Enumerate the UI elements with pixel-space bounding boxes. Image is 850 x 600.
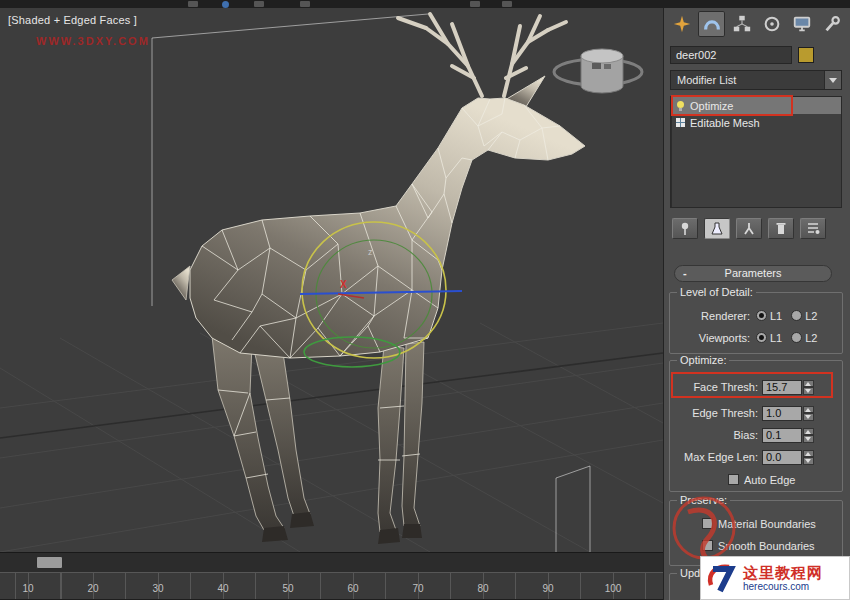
- show-end-result-button[interactable]: [704, 218, 730, 239]
- motion-icon: [762, 14, 782, 34]
- stack-toolbar: [672, 218, 826, 239]
- timeline-tick: 90: [533, 583, 563, 594]
- object-name-field[interactable]: deer002: [670, 46, 792, 64]
- deer-tail: [172, 266, 190, 300]
- material-boundaries-checkbox[interactable]: [702, 518, 713, 529]
- configure-modifier-sets-button[interactable]: [800, 218, 826, 239]
- command-panel-tabs: [668, 11, 845, 38]
- l2-label: L2: [805, 310, 817, 322]
- l1-label: L1: [770, 332, 782, 344]
- renderer-l1-radio[interactable]: [756, 310, 767, 321]
- make-unique-button[interactable]: [736, 218, 762, 239]
- main-toolbar-fragment: [0, 0, 850, 8]
- renderer-l2-radio[interactable]: [791, 310, 802, 321]
- cylinder-helper-object[interactable]: [554, 49, 642, 93]
- toolbar-icon: [502, 1, 512, 7]
- spinner-down-icon[interactable]: [803, 435, 814, 443]
- timeline-tick: 20: [78, 583, 108, 594]
- renderer-label: Renderer:: [670, 310, 756, 322]
- bias-field[interactable]: 0.1: [762, 428, 802, 443]
- material-boundaries-label: Material Boundaries: [718, 518, 816, 530]
- track-bar: 10 20 30 40 50 60 70 80 90 100: [0, 552, 663, 600]
- remove-modifier-button[interactable]: [768, 218, 794, 239]
- toolbar-sphere-icon: [222, 1, 229, 8]
- dropdown-arrow-button[interactable]: [824, 71, 841, 89]
- create-tab[interactable]: [668, 11, 695, 37]
- perspective-viewport[interactable]: X z [Shaded + Edged Faces ] WWW.3DXY.COM: [0, 8, 663, 552]
- timeline-tick: 30: [143, 583, 173, 594]
- site-watermark-text: WWW.3DXY.COM: [36, 35, 150, 47]
- display-tab[interactable]: [788, 11, 815, 37]
- home-grid: [0, 323, 663, 552]
- spinner-up-icon[interactable]: [803, 428, 814, 436]
- timeline-tick: 80: [468, 583, 498, 594]
- site-logo-icon: [705, 561, 739, 595]
- viewports-label: Viewports:: [670, 332, 756, 344]
- timeline-ruler[interactable]: 10 20 30 40 50 60 70 80 90 100: [0, 572, 663, 600]
- display-icon: [792, 14, 812, 34]
- site-logo-watermark: 这里教程网 herecours.com: [700, 556, 850, 600]
- toolbar-icon: [300, 1, 310, 7]
- beaker-icon: [709, 221, 725, 236]
- group-title: Preserve:: [677, 494, 730, 506]
- pin-stack-button[interactable]: [672, 218, 698, 239]
- l1-label: L1: [770, 310, 782, 322]
- stack-item-label: Optimize: [690, 100, 733, 112]
- fork-icon: [741, 221, 757, 236]
- viewport-shading-label[interactable]: [Shaded + Edged Faces ]: [8, 14, 137, 26]
- hierarchy-tab[interactable]: [728, 11, 755, 37]
- stack-item-editable-mesh[interactable]: Editable Mesh: [671, 114, 841, 131]
- spinner-up-icon[interactable]: [803, 406, 814, 414]
- rollout-title: Parameters: [725, 267, 782, 279]
- stack-item-optimize[interactable]: Optimize: [671, 97, 841, 114]
- toolbar-icon: [470, 1, 480, 7]
- group-title: Optimize:: [677, 354, 729, 366]
- deer-hooves: [262, 512, 422, 544]
- face-thresh-field[interactable]: 15.7: [762, 380, 802, 395]
- pin-icon: [677, 221, 693, 236]
- parameters-rollout-header[interactable]: - Parameters: [674, 265, 832, 282]
- timeline-tick: 70: [403, 583, 433, 594]
- editable-mesh-icon: [675, 117, 686, 128]
- auto-edge-checkbox[interactable]: [728, 474, 739, 485]
- motion-tab[interactable]: [758, 11, 785, 37]
- viewports-l2-radio[interactable]: [791, 332, 802, 343]
- time-slider-handle[interactable]: [36, 556, 63, 569]
- toolbar-icon: [188, 1, 198, 7]
- gizmo-z-label: z: [368, 247, 373, 257]
- spinner-up-icon[interactable]: [803, 450, 814, 458]
- edge-thresh-field[interactable]: 1.0: [762, 406, 802, 421]
- max-edge-len-spinner[interactable]: [803, 450, 814, 465]
- deer-model[interactable]: [172, 14, 585, 544]
- max-edge-len-label: Max Edge Len:: [670, 451, 762, 463]
- spinner-down-icon[interactable]: [803, 413, 814, 421]
- viewports-l1-radio[interactable]: [756, 332, 767, 343]
- gizmo-x-label: X: [340, 279, 347, 290]
- modifier-list-label: Modifier List: [677, 74, 736, 86]
- max-edge-len-field[interactable]: 0.0: [762, 450, 802, 465]
- smooth-boundaries-label: Smooth Boundaries: [718, 540, 815, 552]
- edge-thresh-spinner[interactable]: [803, 406, 814, 421]
- spinner-down-icon[interactable]: [803, 457, 814, 465]
- modify-tab[interactable]: [698, 11, 725, 37]
- viewport-canvas[interactable]: X z: [0, 8, 663, 552]
- smooth-boundaries-checkbox[interactable]: [702, 540, 713, 551]
- utilities-tab[interactable]: [818, 11, 845, 37]
- face-thresh-label: Face Thresh:: [670, 381, 762, 393]
- site-logo-title: 这里教程网: [743, 564, 823, 581]
- timeline-tick: 100: [598, 583, 628, 594]
- face-thresh-spinner[interactable]: [803, 380, 814, 395]
- auto-edge-label: Auto Edge: [744, 474, 795, 486]
- l2-label: L2: [805, 332, 817, 344]
- bias-label: Bias:: [670, 429, 762, 441]
- modifier-list-dropdown[interactable]: Modifier List: [670, 70, 842, 90]
- spinner-up-icon[interactable]: [803, 380, 814, 388]
- timeline-tick: 40: [208, 583, 238, 594]
- command-panel: deer002 Modifier List Optimize Editable …: [663, 8, 850, 600]
- level-of-detail-group: Level of Detail: Renderer: L1 L2 Viewpor…: [669, 292, 843, 354]
- bias-spinner[interactable]: [803, 428, 814, 443]
- spinner-down-icon[interactable]: [803, 387, 814, 395]
- group-title: Level of Detail:: [677, 286, 756, 298]
- object-color-swatch[interactable]: [798, 47, 814, 63]
- site-logo-url: herecours.com: [743, 581, 823, 593]
